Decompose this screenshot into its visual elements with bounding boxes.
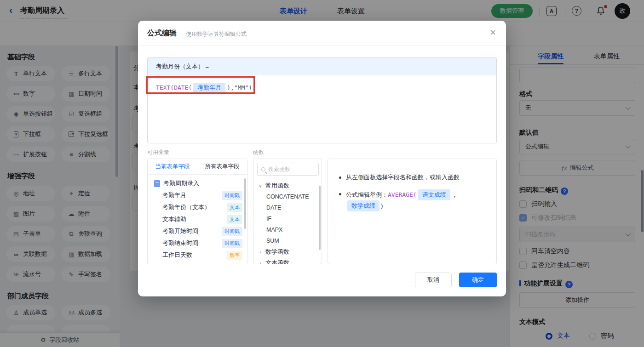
function-group-math[interactable]: › 数学函数 bbox=[253, 246, 322, 257]
function-group-text[interactable]: › 文本函数 bbox=[253, 257, 322, 264]
field-name: 考勤年份（文本） bbox=[162, 203, 210, 211]
variables-label: 可用变量 bbox=[147, 148, 169, 156]
app-screen: ‹ 考勤周期录入 表单设计 表单设置 数据管理 A ? 政 表单外链 后端脚本 bbox=[0, 0, 644, 347]
variables-scrollbar[interactable] bbox=[244, 178, 246, 229]
variable-field-row[interactable]: 考勤结束时间 时间戳 bbox=[148, 237, 247, 249]
tip-text: 从左侧面板选择字段名和函数，或输入函数 bbox=[346, 173, 460, 182]
caret-collapsed-icon: › bbox=[258, 250, 263, 255]
example-field-chip: 语文成绩 bbox=[418, 189, 450, 200]
modal-title: 公式编辑 bbox=[147, 28, 177, 38]
functions-scrollbar[interactable] bbox=[319, 186, 321, 250]
bullet-dot bbox=[339, 176, 341, 179]
function-search-input[interactable] bbox=[268, 166, 307, 172]
confirm-button[interactable]: 确定 bbox=[459, 273, 497, 287]
search-icon bbox=[261, 167, 265, 171]
formula-function-text: TEXT(DATE( bbox=[156, 84, 192, 91]
example-field-chip: 数学成绩 bbox=[347, 200, 380, 211]
function-item[interactable]: SUM bbox=[253, 235, 322, 246]
field-type-badge: 文本 bbox=[227, 215, 242, 224]
function-item[interactable]: MAPX bbox=[253, 224, 322, 235]
formula-input-area[interactable]: TEXT(DATE(考勤年月),"MM") bbox=[148, 75, 496, 100]
function-group-label: 常用函数 bbox=[265, 182, 289, 190]
caret-expanded-icon: ∨ bbox=[258, 183, 263, 188]
form-node-label: 考勤周期录入 bbox=[163, 179, 199, 188]
field-type-badge: 文本 bbox=[227, 203, 242, 212]
example-prefix: 公式编辑举例： bbox=[346, 191, 388, 198]
formula-tips-panel: 从左侧面板选择字段名和函数，或输入函数 公式编辑举例：AVERAGE(语文成绩，… bbox=[328, 159, 497, 264]
tip-line: 从左侧面板选择字段名和函数，或输入函数 bbox=[339, 173, 487, 182]
formula-editor: 考勤月份（文本） = TEXT(DATE(考勤年月),"MM") bbox=[147, 57, 497, 143]
variable-field-row[interactable]: 考勤开始时间 时间戳 bbox=[148, 225, 247, 237]
field-type-badge: 时间戳 bbox=[222, 239, 242, 248]
cancel-button[interactable]: 取消 bbox=[415, 273, 452, 287]
modal-header: 公式编辑 使用数学运算符编辑公式 × bbox=[138, 21, 506, 46]
formula-target-label: 考勤月份（文本） = bbox=[156, 63, 209, 71]
bullet-dot bbox=[339, 193, 341, 195]
example-function: AVERAGE( bbox=[388, 191, 417, 198]
function-item[interactable]: CONCATENATE bbox=[253, 191, 322, 202]
variable-field-row[interactable]: 考勤年月 时间戳 bbox=[148, 189, 247, 201]
tip-example-line: 公式编辑举例：AVERAGE(语文成绩，数学成绩) bbox=[339, 189, 487, 211]
functions-panel: ∨ 常用函数 CONCATENATE DATE IF MAPX SUM › 数学… bbox=[253, 159, 322, 264]
variables-tabs: 当前表单字段 所有表单字段 bbox=[148, 159, 247, 175]
variable-field-row[interactable]: 工作日天数 数字 bbox=[148, 249, 247, 261]
formula-field-chip[interactable]: 考勤年月 bbox=[193, 83, 225, 93]
close-icon[interactable]: × bbox=[490, 27, 496, 39]
field-name: 考勤开始时间 bbox=[162, 227, 198, 235]
field-type-badge: 时间戳 bbox=[222, 227, 242, 236]
tab-all-form-fields[interactable]: 所有表单字段 bbox=[197, 163, 247, 171]
field-name: 文本辅助 bbox=[162, 215, 186, 223]
modal-subtitle: 使用数学运算符编辑公式 bbox=[186, 30, 247, 38]
function-group-common[interactable]: ∨ 常用函数 bbox=[253, 180, 322, 191]
field-name: 考勤结束时间 bbox=[162, 239, 198, 247]
function-item[interactable]: DATE bbox=[253, 202, 322, 213]
example-suffix: ) bbox=[381, 202, 383, 209]
tip-example-text: 公式编辑举例：AVERAGE(语文成绩，数学成绩) bbox=[346, 189, 487, 211]
field-name: 工作日天数 bbox=[162, 251, 192, 259]
field-name: 考勤年月 bbox=[162, 191, 186, 199]
tab-current-form-fields[interactable]: 当前表单字段 bbox=[148, 163, 197, 171]
function-group-label: 数学函数 bbox=[265, 248, 289, 256]
formula-edit-modal: 公式编辑 使用数学运算符编辑公式 × 考勤月份（文本） = TEXT(DATE(… bbox=[138, 21, 506, 296]
example-comma: ， bbox=[452, 191, 458, 198]
variable-field-row[interactable]: 考勤年份（文本） 文本 bbox=[148, 201, 247, 213]
functions-label: 函数 bbox=[253, 148, 264, 156]
field-type-badge: 数字 bbox=[227, 251, 242, 260]
variable-field-row[interactable]: 文本辅助 文本 bbox=[148, 213, 247, 225]
variables-panel: 当前表单字段 所有表单字段 考勤周期录入 考勤年月 时间戳 考勤年份（文本） 文… bbox=[147, 159, 247, 264]
variables-form-node[interactable]: 考勤周期录入 bbox=[148, 177, 247, 189]
formula-target-bar: 考勤月份（文本） = bbox=[148, 57, 496, 75]
function-group-label: 文本函数 bbox=[265, 259, 289, 264]
caret-collapsed-icon: › bbox=[258, 261, 263, 265]
function-item[interactable]: IF bbox=[253, 213, 322, 224]
function-search-box[interactable] bbox=[257, 163, 319, 176]
form-doc-icon bbox=[154, 180, 160, 187]
formula-suffix-text: ),"MM") bbox=[227, 84, 252, 91]
field-type-badge: 时间戳 bbox=[222, 191, 242, 200]
